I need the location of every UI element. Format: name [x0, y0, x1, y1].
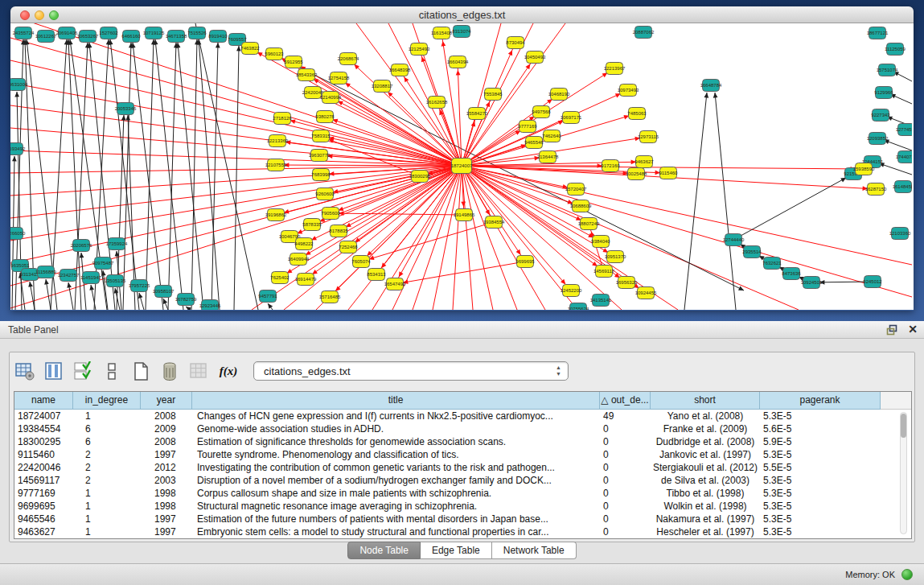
graph-node[interactable]: 7583315: [311, 130, 331, 142]
graph-node[interactable]: 10688609: [570, 200, 592, 212]
graph-node[interactable]: 4498222: [294, 238, 314, 250]
graph-node[interactable]: 7905600: [321, 208, 340, 220]
graph-node[interactable]: 7462640: [542, 130, 561, 142]
column-header-year[interactable]: year: [141, 392, 192, 410]
graph-node[interactable]: 12140994: [320, 92, 342, 104]
column-header-pagerank[interactable]: pagerank: [760, 392, 881, 410]
graph-node[interactable]: 9384040: [591, 236, 610, 248]
graph-node[interactable]: 16148450: [893, 181, 912, 193]
graph-node[interactable]: 12744440: [723, 234, 745, 246]
graph-node[interactable]: 15584270: [466, 108, 488, 120]
graph-node[interactable]: 9172160: [601, 160, 620, 172]
graph-node[interactable]: 18543363: [296, 69, 318, 81]
graph-node[interactable]: 10924501: [801, 277, 823, 289]
column-header-in_degree[interactable]: in_degree: [73, 392, 141, 410]
float-panel-icon[interactable]: [886, 324, 898, 336]
graph-node[interactable]: 12093852: [867, 133, 889, 145]
graph-node[interactable]: 12754158: [328, 72, 350, 84]
column-header-name[interactable]: name: [14, 392, 73, 410]
graph-node[interactable]: 17957225: [129, 280, 150, 292]
graph-node[interactable]: 16914479: [295, 274, 317, 286]
table-vertical-scrollbar[interactable]: [900, 412, 907, 534]
hub-node[interactable]: 18724007: [451, 159, 473, 174]
graph-node[interactable]: 10973493: [618, 84, 639, 97]
column-header-short[interactable]: short: [651, 392, 760, 410]
graph-node[interactable]: 1527602: [99, 27, 118, 39]
graph-node[interactable]: 14135141: [590, 295, 612, 307]
graph-node[interactable]: 10653267: [77, 31, 99, 43]
graph-node[interactable]: 14671358: [166, 31, 187, 43]
graph-node[interactable]: 11156889: [35, 266, 56, 278]
node-attribute-table[interactable]: namein_degreeyeartitle△ out_de...shortpa…: [14, 391, 912, 539]
graph-node[interactable]: 18677121: [867, 27, 889, 39]
graph-node[interactable]: 10924455: [635, 287, 657, 299]
tab-network-table[interactable]: Network Table: [492, 542, 577, 559]
graph-node[interactable]: 5912955: [284, 56, 303, 68]
memory-ok-icon[interactable]: [901, 569, 913, 580]
graph-node[interactable]: 10958107: [153, 286, 175, 298]
graph-node[interactable]: 7632621: [762, 257, 782, 270]
graph-node[interactable]: 25266050: [10, 228, 26, 240]
graph-node[interactable]: 13208817: [372, 80, 393, 93]
graph-node[interactable]: 7625402: [270, 272, 290, 284]
graph-node[interactable]: 7683998: [311, 169, 331, 181]
graph-node[interactable]: 24355724: [13, 27, 35, 39]
graph-node[interactable]: 16782759: [175, 294, 197, 306]
graph-node[interactable]: 8473636: [782, 268, 801, 280]
graph-node[interactable]: 20053346: [115, 103, 137, 115]
table-row[interactable]: 946554611997Estimation of the future num…: [14, 513, 911, 525]
graph-node[interactable]: 8313074: [452, 26, 471, 38]
graph-node[interactable]: 7553845: [483, 89, 503, 101]
graph-node[interactable]: 9129966: [874, 87, 893, 99]
graph-node[interactable]: 5960123: [265, 48, 284, 60]
graph-node[interactable]: 18807249: [578, 218, 600, 230]
graph-node[interactable]: 7463822: [240, 43, 260, 55]
table-row[interactable]: 977716911998Corpus callosum shape and si…: [14, 487, 911, 500]
select-attributes-icon[interactable]: [72, 360, 94, 382]
graph-node[interactable]: 20691406: [56, 27, 78, 39]
graph-node[interactable]: 15938590: [853, 163, 875, 175]
tab-node-table[interactable]: Node Table: [347, 542, 421, 559]
graph-node[interactable]: 7515526: [187, 27, 207, 39]
graph-node[interactable]: 19693492: [10, 143, 26, 155]
graph-node[interactable]: 10755624: [568, 303, 589, 311]
graph-node[interactable]: 16648784: [700, 80, 722, 92]
graph-node[interactable]: 90975487: [92, 257, 114, 270]
table-row[interactable]: 2242004622012Investigating the contribut…: [14, 461, 911, 474]
graph-node[interactable]: 18300295: [409, 171, 431, 183]
graph-node[interactable]: 7605074: [351, 256, 371, 268]
tab-edge-table[interactable]: Edge Table: [421, 542, 492, 559]
graph-node[interactable]: 16287150: [865, 183, 887, 196]
graph-node[interactable]: 16648398: [389, 64, 411, 76]
graph-node[interactable]: 10468190: [548, 89, 570, 101]
graph-node[interactable]: 8919410: [208, 31, 228, 43]
graph-node[interactable]: 19149866: [454, 209, 475, 221]
table-row[interactable]: 1456911722003Disruption of a novel membe…: [14, 474, 911, 487]
graph-node[interactable]: 16162658: [426, 97, 448, 109]
graph-node[interactable]: 14569117: [593, 266, 615, 278]
show-columns-icon[interactable]: [43, 360, 65, 382]
graph-node[interactable]: 9465546: [524, 137, 544, 149]
graph-node[interactable]: 9457791: [258, 290, 277, 303]
graph-node[interactable]: 12213369: [267, 135, 289, 147]
table-selector-dropdown[interactable]: citations_edges.txt▲▼: [253, 361, 569, 381]
close-panel-icon[interactable]: ✕: [908, 323, 918, 336]
column-header-out_de[interactable]: △ out_de...: [600, 392, 651, 410]
graph-node[interactable]: 19196862: [265, 209, 287, 221]
graph-node[interactable]: 15751074: [877, 64, 898, 76]
graph-node[interactable]: 19630770: [309, 150, 331, 162]
graph-node[interactable]: 9463627: [634, 156, 654, 168]
graph-node[interactable]: 16547490: [384, 278, 406, 290]
graph-node[interactable]: 12107553: [265, 159, 287, 171]
scrollbar-thumb[interactable]: [901, 414, 906, 438]
graph-node[interactable]: 20206576: [71, 240, 92, 252]
table-row[interactable]: 1872400712008Changes of HCN gene express…: [14, 410, 911, 422]
graph-node[interactable]: 9777169: [518, 121, 537, 133]
graph-node[interactable]: 11615408: [431, 27, 453, 39]
graph-node[interactable]: 5878335: [302, 219, 322, 231]
column-header-title[interactable]: title: [192, 392, 600, 410]
graph-node[interactable]: 15716485: [319, 291, 341, 303]
graph-node[interactable]: 9497568: [532, 106, 551, 118]
delete-table-icon[interactable]: [158, 360, 181, 382]
table-row[interactable]: 911546021997Tourette syndrome. Phenomeno…: [14, 448, 911, 461]
